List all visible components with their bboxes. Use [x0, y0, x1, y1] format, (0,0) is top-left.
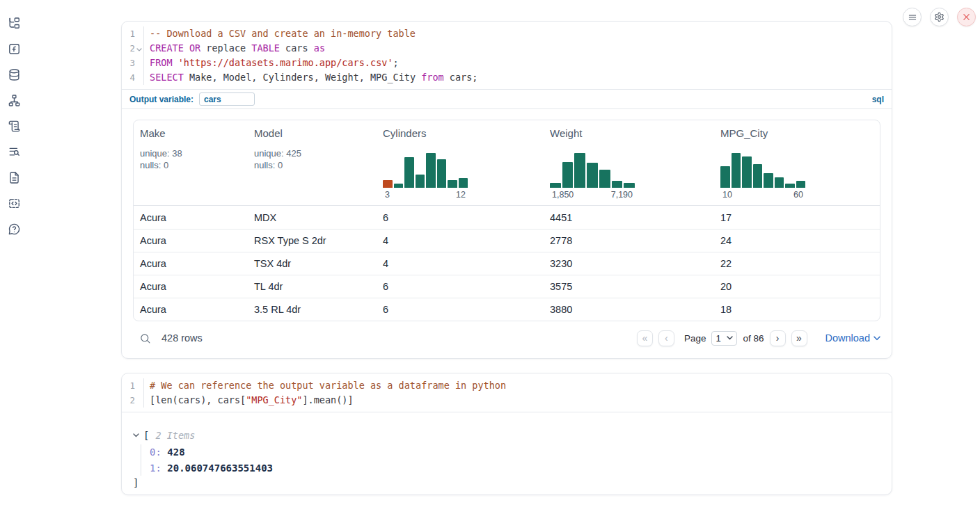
- table-cell: 17: [714, 212, 880, 223]
- gear-icon: [934, 12, 945, 22]
- line-number-gutter: 2: [122, 41, 144, 56]
- code-line[interactable]: 2CREATE OR replace TABLE cars as: [122, 41, 892, 56]
- next-page-button[interactable]: ›: [770, 330, 786, 346]
- sql-code-editor[interactable]: 1-- Download a CSV and create an in-memo…: [122, 22, 892, 89]
- column-title[interactable]: Make: [140, 127, 242, 139]
- python-cell: 1# We can reference the output variable …: [121, 373, 892, 495]
- table-cell: 4451: [544, 212, 714, 223]
- histogram-bar: [562, 162, 574, 188]
- histogram-bar: [732, 153, 741, 188]
- histogram-bar: [775, 177, 784, 188]
- snippets-icon[interactable]: [7, 196, 21, 210]
- search-icon[interactable]: [139, 332, 151, 344]
- line-number: 1: [129, 378, 135, 393]
- summary-stat: unique: 425: [254, 147, 371, 159]
- fold-chevron-icon[interactable]: [135, 41, 143, 56]
- column-header-weight[interactable]: Weight1,8507,190: [544, 120, 714, 205]
- code-text: FROM 'https://datasets.marimo.app/cars.c…: [144, 56, 399, 70]
- page-label: Page: [684, 333, 706, 344]
- python-output: [ 2 Items 0: 4281: 20.060747663551403 ]: [122, 412, 892, 490]
- file-tree-icon[interactable]: [7, 16, 21, 30]
- shutdown-button[interactable]: [957, 8, 976, 26]
- histogram-axis: 1060: [720, 190, 805, 200]
- open-bracket: [: [143, 430, 149, 441]
- documentation-icon[interactable]: [7, 170, 21, 184]
- histogram-bar: [764, 173, 773, 188]
- histogram-bar: [785, 184, 795, 188]
- table-cell: 20: [714, 281, 880, 292]
- scratchpad-icon[interactable]: [7, 119, 21, 133]
- histogram-bar: [550, 183, 561, 188]
- histogram-bar: [742, 156, 752, 188]
- line-number: 3: [129, 56, 135, 70]
- column-summary: unique: 425nulls: 0: [254, 147, 371, 171]
- column-title[interactable]: Cylinders: [383, 127, 538, 139]
- output-variable-label: Output variable:: [129, 95, 193, 104]
- pagination: « ‹ Page 1 of 86 › » Download: [637, 330, 880, 346]
- table-cell: 18: [714, 304, 880, 315]
- code-line[interactable]: 2[len(cars), cars["MPG_City"].mean()]: [122, 393, 892, 408]
- table-cell: MDX: [248, 212, 377, 223]
- table-row[interactable]: AcuraRSX Type S 2dr4277824: [134, 229, 880, 252]
- output-variable-input[interactable]: [199, 92, 255, 106]
- functions-icon[interactable]: [7, 42, 21, 56]
- data-table: Makeunique: 38nulls: 0Modelunique: 425nu…: [133, 120, 880, 321]
- column-histogram[interactable]: [550, 153, 635, 188]
- histogram-bar: [587, 163, 598, 188]
- histogram-axis: 1,8507,190: [550, 190, 635, 200]
- column-header-cylinders[interactable]: Cylinders312: [377, 120, 544, 205]
- last-page-button[interactable]: »: [791, 330, 807, 346]
- page-select[interactable]: 1: [711, 331, 737, 346]
- histogram-bar: [720, 166, 730, 188]
- datasources-icon[interactable]: [7, 67, 21, 81]
- table-cell: TSX 4dr: [248, 258, 377, 269]
- chevron-down-icon: [874, 336, 880, 341]
- column-title[interactable]: Weight: [550, 127, 709, 139]
- python-code-editor[interactable]: 1# We can reference the output variable …: [122, 373, 892, 412]
- column-title[interactable]: Model: [254, 127, 371, 139]
- code-line[interactable]: 3FROM 'https://datasets.marimo.app/cars.…: [122, 56, 892, 70]
- notebook-actions: [903, 8, 976, 26]
- table-row[interactable]: AcuraTSX 4dr4323022: [134, 252, 880, 275]
- logs-icon[interactable]: [7, 145, 21, 159]
- table-row[interactable]: AcuraTL 4dr6357520: [134, 275, 880, 298]
- download-button[interactable]: Download: [825, 332, 881, 344]
- column-header-model[interactable]: Modelunique: 425nulls: 0: [248, 120, 377, 205]
- axis-min-label: 10: [722, 190, 732, 200]
- code-line[interactable]: 4SELECT Make, Model, Cylinders, Weight, …: [122, 70, 892, 85]
- histogram-axis: 312: [383, 190, 468, 200]
- line-number-gutter: 1: [122, 26, 144, 41]
- help-icon[interactable]: [7, 222, 21, 236]
- column-header-make[interactable]: Makeunique: 38nulls: 0: [134, 120, 248, 205]
- table-row[interactable]: AcuraMDX6445117: [134, 206, 880, 229]
- code-line[interactable]: 1# We can reference the output variable …: [122, 378, 892, 393]
- line-number: 2: [129, 41, 135, 56]
- menu-button[interactable]: [903, 8, 922, 26]
- histogram-bar: [612, 181, 623, 188]
- table-cell: Acura: [134, 212, 248, 223]
- tree-entry: 0: 428: [150, 444, 880, 460]
- table-row[interactable]: Acura3.5 RL 4dr6388018: [134, 298, 880, 321]
- table-cell: 4: [377, 258, 544, 269]
- collapse-chevron-icon[interactable]: [133, 433, 139, 437]
- table-cell: Acura: [134, 258, 248, 269]
- column-header-mpg_city[interactable]: MPG_City1060: [714, 120, 880, 205]
- output-variable-row: Output variable: sql: [122, 89, 892, 109]
- column-histogram[interactable]: [720, 153, 805, 188]
- column-title[interactable]: MPG_City: [720, 127, 874, 139]
- code-text: -- Download a CSV and create an in-memor…: [144, 26, 416, 41]
- first-page-button[interactable]: «: [637, 330, 653, 346]
- prev-page-icon: ‹: [665, 332, 668, 344]
- histogram-bar: [574, 153, 585, 188]
- histogram-bar: [599, 170, 610, 188]
- table-cell: 3880: [544, 304, 714, 315]
- table-footer: 428 rows « ‹ Page 1 of 86 › » Download: [122, 321, 892, 355]
- settings-button[interactable]: [930, 8, 949, 26]
- code-line[interactable]: 1-- Download a CSV and create an in-memo…: [122, 26, 892, 41]
- dependency-graph-icon[interactable]: [7, 93, 21, 107]
- table-cell: 2778: [544, 235, 714, 246]
- first-page-icon: «: [642, 332, 648, 344]
- table-cell: Acura: [134, 304, 248, 315]
- prev-page-button[interactable]: ‹: [658, 330, 674, 346]
- column-histogram[interactable]: [383, 153, 468, 188]
